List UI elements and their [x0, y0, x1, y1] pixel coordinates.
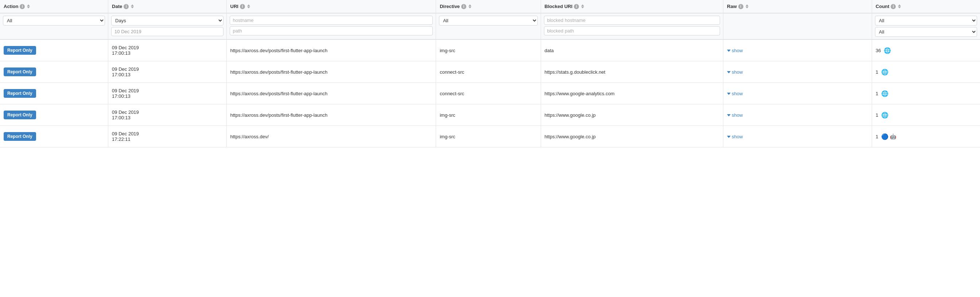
- browser-icons: 🌐: [881, 90, 890, 97]
- uri-label: URI: [231, 4, 239, 9]
- date-line1: 09 Dec 2019: [112, 131, 139, 136]
- col-header-action: Action i: [0, 0, 108, 13]
- col-header-count: Count i: [872, 0, 980, 13]
- firefox-icon: 🌐: [884, 47, 891, 54]
- action-filter-select[interactable]: All Report Only Blocked: [3, 16, 105, 26]
- table-row: Report Only09 Dec 201917:22:11https://ax…: [0, 126, 980, 147]
- uri-info-icon: i: [240, 4, 245, 9]
- date-cell: 09 Dec 201917:22:11: [108, 126, 226, 147]
- browser-icons: 🔵🤖: [881, 133, 896, 140]
- dropdown-triangle-icon: [727, 93, 730, 95]
- filter-action: All Report Only Blocked: [0, 13, 108, 39]
- directive-filter-select[interactable]: All img-src connect-src script-src: [439, 16, 538, 26]
- count-sort[interactable]: [898, 4, 901, 8]
- blocked-hostname-input[interactable]: [544, 16, 721, 25]
- action-cell: Report Only: [0, 83, 108, 104]
- date-cell: 09 Dec 201917:00:13: [108, 39, 226, 61]
- date-sort[interactable]: [131, 4, 134, 8]
- show-raw-link[interactable]: show: [727, 112, 743, 118]
- show-raw-link[interactable]: show: [727, 91, 743, 96]
- date-info-icon: i: [124, 4, 129, 9]
- count-number: 1: [876, 134, 878, 139]
- date-line1: 09 Dec 2019: [112, 45, 139, 50]
- dropdown-triangle-icon: [727, 114, 730, 117]
- uri-hostname-input[interactable]: [230, 16, 433, 25]
- col-header-raw: Raw i: [723, 0, 872, 13]
- count-number: 36: [876, 48, 881, 53]
- date-line2: 17:00:13: [112, 72, 130, 77]
- action-badge: Report Only: [4, 132, 36, 141]
- directive-cell: connect-src: [436, 61, 541, 83]
- browser-icons: 🌐: [881, 112, 890, 118]
- action-label: Action: [4, 4, 18, 9]
- blocked-uri-sort[interactable]: [581, 4, 584, 8]
- show-raw-link[interactable]: show: [727, 48, 743, 53]
- action-sort[interactable]: [27, 4, 30, 8]
- col-header-uri: URI i: [226, 0, 436, 13]
- count-number: 1: [876, 91, 878, 96]
- csp-report-table: Action i Date i: [0, 0, 980, 147]
- date-value-input[interactable]: [111, 27, 223, 36]
- uri-cell: https://axross.dev/posts/first-flutter-a…: [226, 61, 436, 83]
- directive-cell: connect-src: [436, 83, 541, 104]
- firefox-icon: 🌐: [881, 112, 888, 118]
- filter-directive: All img-src connect-src script-src: [436, 13, 541, 39]
- filter-raw: [723, 13, 872, 39]
- show-raw-link[interactable]: show: [727, 134, 743, 139]
- blocked-uri-cell: https://stats.g.doubleclick.net: [541, 61, 723, 83]
- directive-cell: img-src: [436, 126, 541, 147]
- date-line1: 09 Dec 2019: [112, 66, 139, 72]
- date-line1: 09 Dec 2019: [112, 88, 139, 93]
- show-raw-link[interactable]: show: [727, 69, 743, 75]
- date-line2: 17:00:13: [112, 115, 130, 120]
- action-badge: Report Only: [4, 46, 36, 55]
- directive-label: Directive: [440, 4, 460, 9]
- date-line2: 17:00:13: [112, 50, 130, 56]
- filter-uri: [226, 13, 436, 39]
- blocked-uri-label: Blocked URI: [545, 4, 573, 9]
- raw-cell: show: [723, 61, 872, 83]
- directive-sort[interactable]: [468, 4, 471, 8]
- blocked-path-input[interactable]: [544, 26, 721, 35]
- count-cell: 1🌐: [872, 61, 980, 83]
- uri-cell: https://axross.dev/posts/first-flutter-a…: [226, 104, 436, 126]
- uri-path-input[interactable]: [230, 26, 433, 35]
- blocked-uri-info-icon: i: [574, 4, 579, 9]
- filter-blocked-uri: [541, 13, 723, 39]
- directive-cell: img-src: [436, 39, 541, 61]
- date-line2: 17:00:13: [112, 93, 130, 99]
- action-badge: Report Only: [4, 67, 36, 76]
- blocked-uri-cell: data: [541, 39, 723, 61]
- uri-cell: https://axross.dev/: [226, 126, 436, 147]
- browser-icons: 🌐: [884, 47, 892, 54]
- count-label: Count: [876, 4, 889, 9]
- uri-sort[interactable]: [247, 4, 250, 8]
- raw-cell: show: [723, 104, 872, 126]
- table-row: Report Only09 Dec 201917:00:13https://ax…: [0, 61, 980, 83]
- table-row: Report Only09 Dec 201917:00:13https://ax…: [0, 83, 980, 104]
- action-cell: Report Only: [0, 126, 108, 147]
- date-line1: 09 Dec 2019: [112, 109, 139, 115]
- raw-cell: show: [723, 83, 872, 104]
- count-filter-group: All All: [875, 16, 977, 37]
- count-number: 1: [876, 69, 878, 75]
- raw-cell: show: [723, 126, 872, 147]
- uri-cell: https://axross.dev/posts/first-flutter-a…: [226, 83, 436, 104]
- count-cell: 1🌐: [872, 104, 980, 126]
- directive-cell: img-src: [436, 104, 541, 126]
- count-filter-select-2[interactable]: All: [875, 27, 977, 37]
- date-period-select[interactable]: Days Hours Weeks: [111, 16, 223, 26]
- action-cell: Report Only: [0, 61, 108, 83]
- raw-sort[interactable]: [746, 4, 748, 8]
- blocked-uri-cell: https://www.google.co.jp: [541, 126, 723, 147]
- col-header-directive: Directive i: [436, 0, 541, 13]
- date-cell: 09 Dec 201917:00:13: [108, 61, 226, 83]
- raw-cell: show: [723, 39, 872, 61]
- dropdown-triangle-icon: [727, 136, 730, 138]
- date-label: Date: [112, 4, 122, 9]
- count-filter-select-1[interactable]: All: [875, 16, 977, 26]
- table-row: Report Only09 Dec 201917:00:13https://ax…: [0, 39, 980, 61]
- count-cell: 1🌐: [872, 83, 980, 104]
- date-cell: 09 Dec 201917:00:13: [108, 83, 226, 104]
- count-number: 1: [876, 112, 878, 118]
